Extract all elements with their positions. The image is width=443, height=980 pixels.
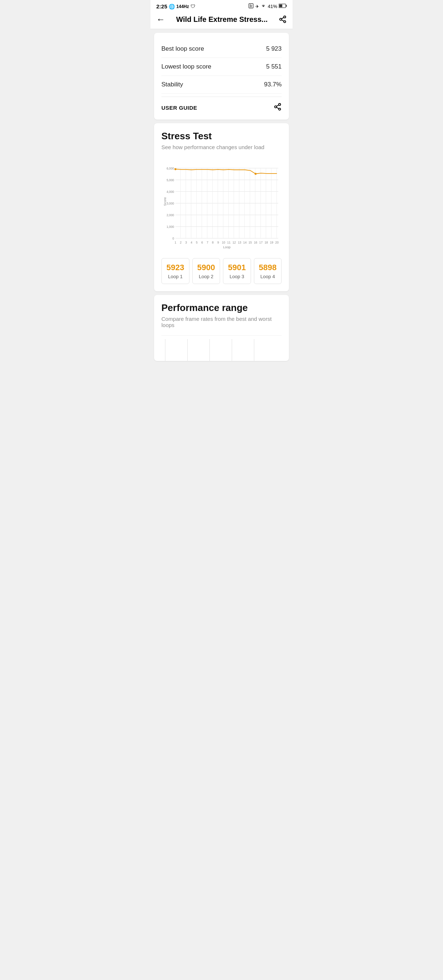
loop-box-2: 5900 Loop 2	[192, 258, 221, 284]
svg-text:3: 3	[186, 241, 187, 244]
chart-vertical-line-1	[165, 339, 165, 361]
loop-1-label: Loop 1	[163, 274, 187, 279]
stress-test-card: Stress Test See how performance changes …	[154, 123, 289, 291]
svg-text:4,000: 4,000	[167, 190, 174, 194]
svg-text:5: 5	[196, 241, 198, 244]
svg-text:12: 12	[232, 241, 236, 244]
performance-chart-bottom	[161, 336, 282, 361]
svg-line-13	[276, 105, 279, 107]
svg-text:6: 6	[202, 241, 203, 244]
chart-vertical-line-3	[210, 339, 210, 361]
wifi-icon	[260, 4, 266, 9]
stress-test-subtitle: See how performance changes under load	[161, 144, 282, 150]
svg-text:0: 0	[172, 237, 174, 240]
loop-box-4: 5898 Loop 4	[254, 258, 282, 284]
performance-range-card: Performance range Compare frame rates fr…	[154, 295, 289, 361]
performance-range-title: Performance range	[161, 302, 282, 313]
stress-test-chart: Score 6,000 5,000 4,000 3,000 2,000 1,00…	[161, 158, 282, 252]
stability-row: Stability 93.7%	[161, 76, 282, 94]
svg-text:4: 4	[191, 241, 192, 244]
loop-box-3: 5901 Loop 3	[223, 258, 251, 284]
refresh-rate: 144Hz	[176, 4, 189, 9]
scores-card: Best loop score 5 923 Lowest loop score …	[154, 33, 289, 119]
svg-text:11: 11	[227, 241, 231, 244]
stress-test-title: Stress Test	[161, 130, 282, 142]
loop-box-1: 5923 Loop 1	[161, 258, 189, 284]
lowest-loop-row: Lowest loop score 5 551	[161, 58, 282, 76]
best-loop-label: Best loop score	[161, 45, 204, 52]
page-title: Wild Life Extreme Stress...	[176, 15, 267, 24]
svg-text:10: 10	[222, 241, 225, 244]
chart-svg: Score 6,000 5,000 4,000 3,000 2,000 1,00…	[161, 158, 282, 252]
loop-3-score: 5901	[225, 263, 249, 272]
shield-icon: 🛡	[191, 4, 195, 9]
chart-vertical-line-2	[187, 339, 187, 361]
svg-line-7	[282, 20, 284, 21]
top-nav: ← Wild Life Extreme Stress...	[151, 11, 292, 29]
svg-text:9: 9	[218, 241, 219, 244]
lowest-loop-value: 5 551	[266, 63, 282, 70]
chart-vertical-line-5	[254, 339, 254, 361]
svg-text:1: 1	[175, 241, 176, 244]
nfc-icon	[248, 3, 254, 10]
loop-4-label: Loop 4	[256, 274, 280, 279]
loop-3-label: Loop 3	[225, 274, 249, 279]
svg-text:7: 7	[206, 241, 208, 244]
user-guide-label: USER GUIDE	[161, 105, 197, 111]
best-loop-value: 5 923	[266, 45, 282, 52]
svg-text:18: 18	[265, 241, 268, 244]
loop-2-score: 5900	[194, 263, 219, 272]
battery-icon	[279, 4, 287, 9]
svg-text:16: 16	[254, 241, 257, 244]
best-loop-row: Best loop score 5 923	[161, 40, 282, 58]
user-guide-row[interactable]: USER GUIDE	[161, 97, 282, 112]
loop-4-score: 5898	[256, 263, 280, 272]
svg-text:19: 19	[270, 241, 274, 244]
loop-boxes: 5923 Loop 1 5900 Loop 2 5901 Loop 3 5898…	[161, 258, 282, 284]
back-button[interactable]: ←	[156, 14, 165, 24]
svg-text:Loop: Loop	[223, 245, 230, 249]
svg-text:2,000: 2,000	[167, 214, 174, 217]
stability-value: 93.7%	[264, 81, 282, 88]
svg-point-49	[255, 173, 257, 175]
svg-rect-2	[286, 5, 287, 6]
loop-1-score: 5923	[163, 263, 187, 272]
svg-text:6,000: 6,000	[167, 167, 174, 170]
stability-label: Stability	[161, 81, 183, 88]
status-right: ✈ 41%	[248, 3, 287, 10]
svg-text:20: 20	[275, 241, 279, 244]
svg-line-8	[282, 18, 284, 19]
svg-text:17: 17	[259, 241, 263, 244]
loop-2-label: Loop 2	[194, 274, 219, 279]
svg-point-48	[175, 168, 177, 170]
svg-text:1,000: 1,000	[167, 225, 174, 229]
status-bar: 2:25 🌐 144Hz 🛡 ✈ 41%	[151, 0, 292, 11]
share-button-header[interactable]	[279, 15, 287, 23]
lowest-loop-label: Lowest loop score	[161, 63, 211, 70]
globe-icon: 🌐	[169, 4, 175, 10]
svg-text:5,000: 5,000	[167, 179, 174, 182]
svg-text:13: 13	[238, 241, 241, 244]
svg-rect-3	[279, 5, 282, 7]
svg-text:8: 8	[212, 241, 214, 244]
chart-line	[176, 169, 277, 174]
airplane-icon: ✈	[256, 4, 259, 9]
svg-text:15: 15	[248, 241, 252, 244]
status-left: 2:25 🌐 144Hz 🛡	[156, 3, 195, 10]
performance-range-subtitle: Compare frame rates from the best and wo…	[161, 316, 282, 328]
chart-vertical-line-4	[232, 339, 232, 361]
share-button-guide[interactable]	[274, 103, 282, 112]
battery-percent: 41%	[268, 4, 277, 9]
svg-line-12	[276, 107, 279, 109]
svg-text:2: 2	[180, 241, 182, 244]
svg-text:3,000: 3,000	[167, 202, 174, 205]
svg-text:14: 14	[243, 241, 247, 244]
status-time: 2:25	[156, 3, 167, 10]
